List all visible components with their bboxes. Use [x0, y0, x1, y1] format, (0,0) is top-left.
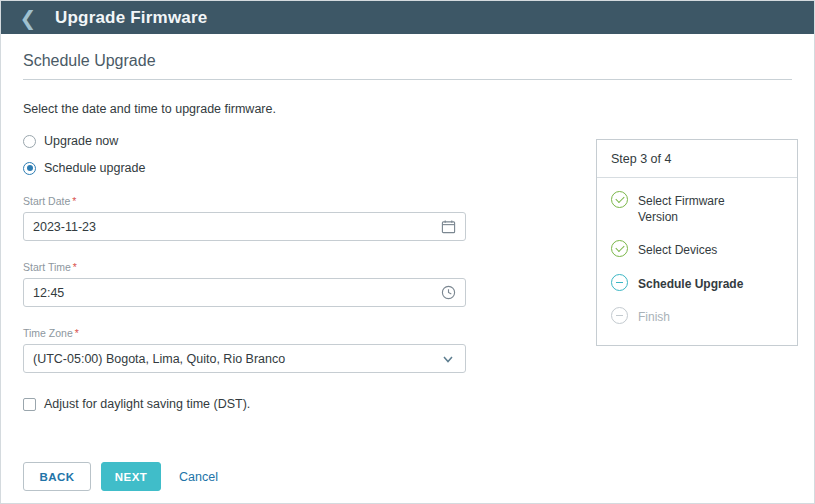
time-zone-field: Time Zone* (UTC-05:00) Bogota, Lima, Qui…	[23, 327, 466, 373]
field-label-text: Time Zone	[23, 327, 73, 339]
start-date-field: Start Date*	[23, 195, 466, 241]
page-title: Upgrade Firmware	[55, 8, 207, 28]
section-title: Schedule Upgrade	[23, 52, 792, 80]
steps-list: Select Firmware Version Select Devices S…	[597, 178, 797, 345]
step-item-select-firmware-version: Select Firmware Version	[611, 192, 783, 225]
time-zone-label: Time Zone*	[23, 327, 466, 339]
radio-schedule-upgrade[interactable]: Schedule upgrade	[23, 161, 466, 175]
radio-label: Upgrade now	[44, 134, 118, 148]
field-label-text: Start Time	[23, 261, 71, 273]
wizard-steps-panel: Step 3 of 4 Select Firmware Version Sele…	[596, 139, 798, 346]
dst-checkbox-row[interactable]: Adjust for daylight saving time (DST).	[23, 397, 466, 411]
dash-circle-icon	[611, 274, 628, 291]
radio-label: Schedule upgrade	[44, 161, 145, 175]
radio-upgrade-now[interactable]: Upgrade now	[23, 134, 466, 148]
dst-checkbox-label: Adjust for daylight saving time (DST).	[44, 397, 250, 411]
required-asterisk: *	[75, 327, 79, 339]
schedule-form: Select the date and time to upgrade firm…	[23, 102, 466, 411]
step-label: Select Devices	[638, 241, 717, 258]
calendar-icon[interactable]	[440, 219, 456, 235]
required-asterisk: *	[73, 261, 77, 273]
start-date-label: Start Date*	[23, 195, 466, 207]
start-time-field: Start Time*	[23, 261, 466, 307]
start-time-input[interactable]	[23, 278, 466, 307]
check-circle-icon	[611, 191, 628, 208]
start-date-input[interactable]	[23, 212, 466, 241]
steps-panel-title: Step 3 of 4	[597, 140, 797, 178]
action-bar: BACK NEXT Cancel	[23, 462, 218, 491]
step-item-select-devices: Select Devices	[611, 241, 783, 258]
step-label: Finish	[638, 308, 670, 325]
start-time-label: Start Time*	[23, 261, 466, 273]
step-item-schedule-upgrade: Schedule Upgrade	[611, 275, 783, 292]
content-area: Schedule Upgrade Select the date and tim…	[1, 34, 814, 504]
back-button[interactable]: BACK	[23, 462, 91, 491]
time-zone-select[interactable]: (UTC-05:00) Bogota, Lima, Quito, Rio Bra…	[23, 344, 466, 373]
top-header-bar: ❮ Upgrade Firmware	[1, 1, 814, 34]
field-label-text: Start Date	[23, 195, 70, 207]
start-date-value[interactable]	[33, 220, 440, 234]
upgrade-firmware-screen: ❮ Upgrade Firmware Schedule Upgrade Sele…	[0, 0, 815, 504]
check-circle-icon	[611, 240, 628, 257]
dst-checkbox[interactable]	[23, 398, 36, 411]
step-label: Select Firmware Version	[638, 192, 768, 225]
intro-text: Select the date and time to upgrade firm…	[23, 102, 466, 116]
cancel-link[interactable]: Cancel	[179, 470, 218, 484]
step-label: Schedule Upgrade	[638, 275, 743, 292]
dash-circle-icon	[611, 307, 628, 324]
chevron-down-icon[interactable]	[440, 351, 456, 367]
radio-circle-unselected[interactable]	[23, 135, 36, 148]
back-chevron-icon[interactable]: ❮	[15, 5, 41, 31]
required-asterisk: *	[72, 195, 76, 207]
step-item-finish: Finish	[611, 308, 783, 325]
clock-icon[interactable]	[440, 285, 456, 301]
start-time-value[interactable]	[33, 286, 440, 300]
radio-circle-selected[interactable]	[23, 162, 36, 175]
next-button[interactable]: NEXT	[101, 462, 161, 491]
time-zone-value: (UTC-05:00) Bogota, Lima, Quito, Rio Bra…	[33, 352, 440, 366]
